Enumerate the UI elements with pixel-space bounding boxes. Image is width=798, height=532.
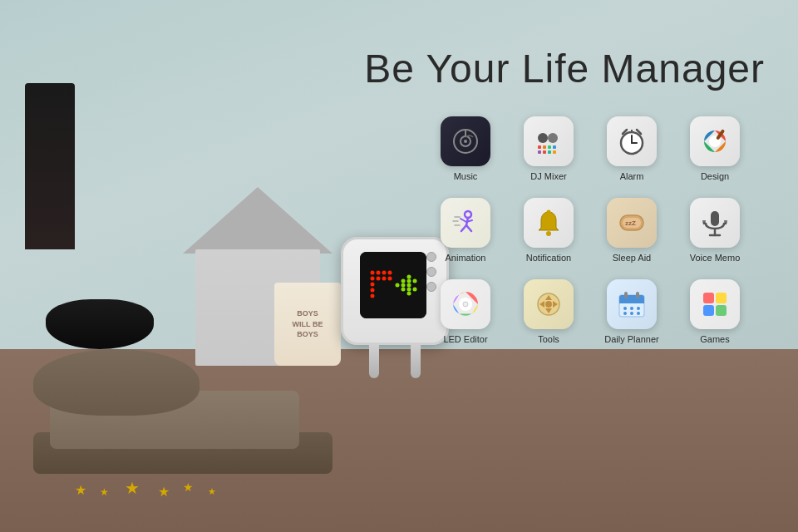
app-icon-dailyplanner (607, 279, 657, 329)
svg-rect-82 (703, 293, 714, 303)
tv-legs (353, 345, 436, 378)
app-icon-sleepaid: zzZ (607, 198, 657, 248)
apps-grid: Music DJ Mixer (428, 116, 752, 344)
svg-rect-36 (553, 150, 556, 154)
svg-point-2 (377, 271, 381, 275)
svg-point-79 (637, 312, 640, 315)
tv-screen (360, 252, 426, 318)
app-item-music[interactable]: Music (428, 116, 503, 181)
tv-leg-right (411, 345, 421, 378)
svg-point-11 (371, 294, 375, 298)
svg-point-21 (413, 279, 417, 283)
app-item-alarm[interactable]: Alarm (594, 116, 669, 181)
app-icon-alarm (607, 116, 657, 166)
app-icon-music (441, 116, 490, 166)
app-label-voicememo: Voice Memo (690, 253, 741, 263)
app-label-notification: Notification (526, 253, 571, 263)
app-label-djmixer: DJ Mixer (530, 171, 566, 181)
app-icon-design (690, 116, 740, 166)
app-icon-animation (441, 198, 490, 248)
app-label-animation: Animation (446, 253, 486, 263)
svg-point-75 (630, 307, 633, 310)
app-icon-djmixer (524, 116, 574, 166)
svg-rect-81 (636, 292, 639, 298)
svg-rect-34 (543, 150, 546, 154)
svg-point-20 (407, 292, 411, 296)
svg-point-22 (413, 288, 417, 292)
svg-rect-85 (716, 305, 727, 316)
app-item-lededitor[interactable]: LED Editor (428, 279, 503, 344)
app-item-design[interactable]: Design (677, 116, 752, 181)
app-icon-voicememo (690, 198, 740, 248)
svg-point-27 (538, 133, 548, 143)
svg-rect-73 (619, 300, 644, 303)
svg-point-17 (407, 279, 411, 283)
svg-rect-33 (538, 150, 541, 154)
svg-point-9 (371, 283, 375, 287)
svg-point-19 (407, 288, 411, 292)
svg-point-15 (401, 288, 406, 292)
svg-rect-80 (624, 292, 628, 298)
app-item-animation[interactable]: Animation (428, 198, 503, 263)
svg-point-64 (463, 302, 468, 307)
app-icon-tools (524, 279, 574, 329)
app-label-games: Games (700, 334, 729, 344)
svg-text:zzZ: zzZ (625, 219, 636, 227)
svg-rect-30 (543, 145, 546, 149)
house-roof (183, 187, 332, 254)
app-item-tools[interactable]: Tools (511, 279, 586, 344)
svg-point-18 (407, 283, 411, 288)
app-item-sleepaid[interactable]: zzZ Sleep Aid (594, 198, 669, 263)
app-label-dailyplanner: Daily Planner (604, 334, 658, 344)
led-display (360, 252, 426, 318)
svg-point-78 (630, 312, 633, 315)
svg-point-3 (382, 271, 387, 275)
bowl (46, 299, 154, 349)
svg-rect-35 (548, 150, 551, 154)
app-item-games[interactable]: Games (677, 279, 752, 344)
svg-rect-84 (703, 305, 714, 316)
svg-point-8 (388, 277, 392, 281)
svg-point-12 (396, 283, 400, 288)
cup: BOYS WILL BE BOYS (274, 283, 341, 366)
app-label-design: Design (701, 171, 729, 181)
dark-decor-object (25, 83, 75, 249)
svg-point-6 (377, 277, 381, 281)
app-icon-lededitor (441, 279, 490, 329)
app-label-alarm: Alarm (620, 171, 644, 181)
app-icon-games (690, 279, 740, 329)
app-label-lededitor: LED Editor (443, 334, 487, 344)
app-label-music: Music (454, 171, 478, 181)
app-item-voicememo[interactable]: Voice Memo (677, 198, 752, 263)
svg-point-28 (548, 133, 558, 143)
svg-rect-32 (553, 145, 556, 149)
page-title: Be Your Life Manager (0, 46, 765, 91)
cup-text: BOYS WILL BE BOYS (293, 308, 323, 340)
svg-rect-0 (360, 252, 426, 318)
tv-leg-left (369, 345, 379, 378)
app-item-djmixer[interactable]: DJ Mixer (511, 116, 586, 181)
svg-point-4 (388, 271, 392, 275)
svg-point-70 (545, 301, 552, 308)
svg-point-74 (623, 307, 627, 310)
app-item-notification[interactable]: Notification (511, 198, 586, 263)
svg-point-76 (637, 307, 640, 310)
scene: ★ ★ ★ ★ ★ ★ BOYS WILL BE BOYS (0, 0, 798, 532)
pillow-stack (33, 349, 332, 499)
svg-point-5 (371, 277, 375, 281)
svg-point-13 (401, 279, 406, 283)
svg-point-25 (464, 140, 467, 143)
svg-line-49 (461, 225, 466, 231)
app-label-tools: Tools (538, 334, 559, 344)
svg-point-16 (407, 275, 411, 279)
svg-rect-31 (548, 145, 551, 149)
svg-rect-29 (538, 145, 541, 149)
svg-line-50 (466, 225, 471, 231)
svg-point-54 (546, 231, 551, 236)
svg-point-77 (623, 312, 627, 315)
svg-line-47 (461, 219, 466, 222)
pillow-top (33, 349, 200, 416)
app-item-dailyplanner[interactable]: Daily Planner (594, 279, 669, 344)
svg-point-1 (371, 271, 375, 275)
app-icon-notification (524, 198, 574, 248)
